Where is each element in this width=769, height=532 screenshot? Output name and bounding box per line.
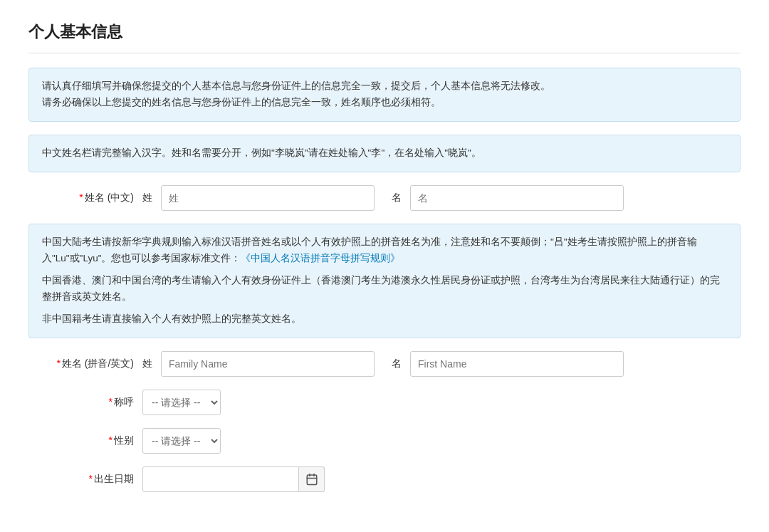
english-given-label: 名: [392, 358, 402, 370]
title-row: *称呼 -- 请选择 --: [28, 390, 741, 415]
dob-label: *出生日期: [50, 473, 142, 486]
chinese-name-group: 姓 名: [142, 185, 624, 211]
alert3-line1: 中国大陆考生请按新华字典规则输入标准汉语拼音姓名或以个人有效护照上的拼音姓名为准…: [42, 234, 727, 267]
dob-row: *出生日期: [28, 466, 741, 492]
english-given-input[interactable]: [410, 351, 624, 377]
alert2-text: 中文姓名栏请完整输入汉字。姓和名需要分开，例如"李晓岚"请在姓处输入"李"，在名…: [42, 145, 727, 162]
alert1-line2: 请务必确保以上您提交的姓名信息与您身份证件上的信息完全一致，姓名顺序也必须相符。: [42, 95, 727, 111]
alert3-line2: 中国香港、澳门和中国台湾的考生请输入个人有效身份证件上（香港澳门考生为港澳永久性…: [42, 273, 727, 306]
required-star-title: *: [109, 396, 113, 407]
section-divider: [28, 53, 741, 53]
alert-box-1: 请认真仔细填写并确保您提交的个人基本信息与您身份证件上的信息完全一致，提交后，个…: [28, 68, 741, 122]
calendar-icon-button[interactable]: [299, 466, 325, 492]
english-name-row: *姓名 (拼音/英文) 姓 名: [28, 351, 741, 377]
required-star-gender: *: [109, 434, 113, 446]
gender-label: *性别: [50, 434, 142, 447]
required-star-dob: *: [89, 473, 93, 484]
title-label: *称呼: [50, 396, 142, 409]
chinese-name-row: *姓名 (中文) 姓 名: [28, 185, 741, 211]
svg-rect-0: [307, 475, 317, 485]
alert-box-2: 中文姓名栏请完整输入汉字。姓和名需要分开，例如"李晓岚"请在姓处输入"李"，在名…: [28, 135, 741, 172]
title-select[interactable]: -- 请选择 --: [142, 390, 221, 415]
english-name-group: 姓 名: [142, 351, 624, 377]
english-name-label: *姓名 (拼音/英文): [50, 358, 142, 370]
gender-row: *性别 -- 请选择 --: [28, 428, 741, 454]
alert1-line1: 请认真仔细填写并确保您提交的个人基本信息与您身份证件上的信息完全一致，提交后，个…: [42, 78, 727, 95]
date-group: [142, 466, 325, 492]
calendar-icon: [305, 473, 318, 486]
gender-select[interactable]: -- 请选择 --: [142, 428, 221, 454]
required-star-chinese: *: [79, 192, 83, 203]
required-star-english: *: [56, 358, 60, 369]
chinese-name-label: *姓名 (中文): [50, 192, 142, 204]
page-title: 个人基本信息: [28, 21, 741, 43]
pinyin-rules-link[interactable]: 《中国人名汉语拼音字母拼写规则》: [241, 253, 400, 264]
english-family-label: 姓: [142, 358, 152, 370]
dob-input[interactable]: [142, 466, 299, 492]
chinese-given-label: 名: [392, 192, 402, 204]
english-family-input[interactable]: [161, 351, 375, 377]
alert-box-3: 中国大陆考生请按新华字典规则输入标准汉语拼音姓名或以个人有效护照上的拼音姓名为准…: [28, 224, 741, 338]
chinese-family-label: 姓: [142, 192, 152, 204]
alert3-line3: 非中国籍考生请直接输入个人有效护照上的完整英文姓名。: [42, 311, 727, 328]
chinese-family-input[interactable]: [161, 185, 375, 211]
chinese-given-input[interactable]: [410, 185, 624, 211]
